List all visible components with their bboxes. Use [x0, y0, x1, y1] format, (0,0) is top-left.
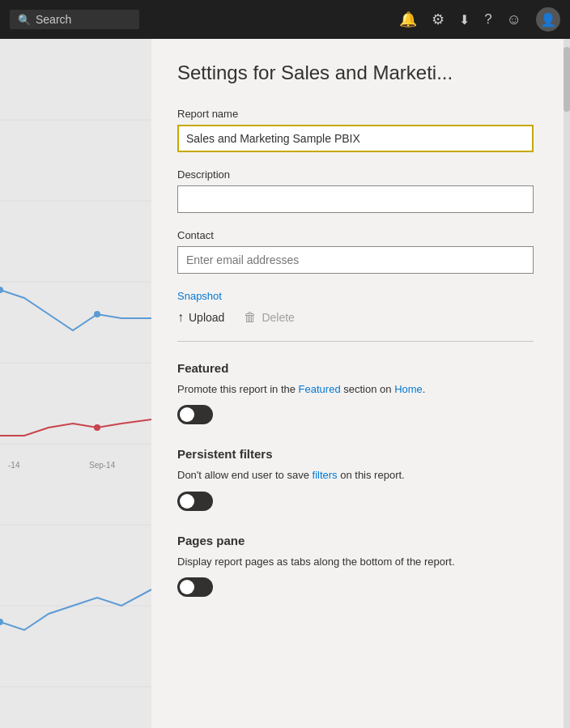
navbar: 🔍 Search 🔔 ⚙ ⬇ ? ☺ 👤 — [0, 0, 570, 39]
page-title: Settings for Sales and Marketi... — [177, 62, 538, 85]
notification-icon[interactable]: 🔔 — [399, 11, 417, 28]
featured-description: Promote this report in the Featured sect… — [177, 381, 538, 398]
snapshot-section: Snapshot ↑ Upload 🗑 Delete — [177, 290, 538, 325]
featured-toggle-thumb — [180, 407, 194, 422]
contact-input[interactable] — [177, 246, 534, 274]
search-box[interactable]: 🔍 Search — [10, 10, 139, 29]
scrollbar-thumb[interactable] — [564, 47, 570, 112]
featured-link: Featured — [299, 383, 341, 395]
report-name-input[interactable] — [177, 125, 534, 152]
navbar-icons: 🔔 ⚙ ⬇ ? ☺ 👤 — [399, 7, 560, 32]
persistent-filters-section: Persistent filters Don't allow end user … — [177, 447, 538, 514]
featured-toggle[interactable] — [177, 405, 213, 424]
main-area: -14 Sep-14 Settings for Sales and Market… — [0, 39, 570, 728]
svg-point-11 — [0, 619, 3, 625]
delete-label: Delete — [262, 311, 294, 324]
persistent-filters-title: Persistent filters — [177, 447, 538, 461]
description-label: Description — [177, 168, 538, 181]
section-divider — [177, 341, 534, 342]
filters-link: filters — [313, 469, 338, 481]
pages-pane-section: Pages pane Display report pages as tabs … — [177, 534, 538, 601]
search-icon: 🔍 — [18, 14, 31, 26]
delete-button[interactable]: 🗑 Delete — [244, 310, 294, 325]
contact-label: Contact — [177, 229, 538, 241]
search-label: Search — [36, 13, 71, 26]
svg-text:Sep-14: Sep-14 — [89, 461, 116, 470]
featured-title: Featured — [177, 361, 538, 375]
help-icon[interactable]: ? — [484, 11, 491, 28]
pages-pane-toggle-thumb — [180, 580, 194, 594]
left-panel: -14 Sep-14 — [0, 39, 151, 728]
svg-point-10 — [94, 424, 100, 431]
persistent-filters-toggle[interactable] — [177, 492, 213, 511]
snapshot-actions: ↑ Upload 🗑 Delete — [177, 310, 538, 325]
persistent-filters-toggle-thumb — [180, 494, 194, 509]
feedback-icon[interactable]: ☺ — [507, 11, 521, 28]
pages-pane-toggle[interactable] — [177, 577, 213, 597]
home-link: Home — [394, 383, 423, 395]
download-icon[interactable]: ⬇ — [459, 12, 470, 28]
pages-pane-description: Display report pages as tabs along the b… — [177, 554, 538, 570]
report-name-label: Report name — [177, 108, 538, 120]
settings-icon[interactable]: ⚙ — [432, 11, 445, 28]
description-input[interactable] — [177, 185, 534, 213]
svg-text:-14: -14 — [8, 461, 20, 470]
featured-section: Featured Promote this report in the Feat… — [177, 361, 538, 428]
persistent-filters-description: Don't allow end user to save filters on … — [177, 467, 538, 483]
upload-icon: ↑ — [177, 310, 184, 325]
svg-point-9 — [94, 311, 100, 317]
user-avatar-icon[interactable]: 👤 — [536, 7, 560, 32]
svg-point-8 — [0, 287, 3, 293]
upload-button[interactable]: ↑ Upload — [177, 310, 224, 325]
settings-panel: Settings for Sales and Marketi... Report… — [151, 39, 564, 728]
scrollbar-track[interactable] — [564, 39, 570, 728]
trash-icon: 🗑 — [244, 310, 257, 325]
report-name-group: Report name — [177, 108, 538, 152]
contact-group: Contact — [177, 229, 538, 274]
upload-label: Upload — [189, 311, 224, 324]
description-group: Description — [177, 168, 538, 213]
snapshot-label: Snapshot — [177, 290, 538, 302]
pages-pane-title: Pages pane — [177, 534, 538, 547]
